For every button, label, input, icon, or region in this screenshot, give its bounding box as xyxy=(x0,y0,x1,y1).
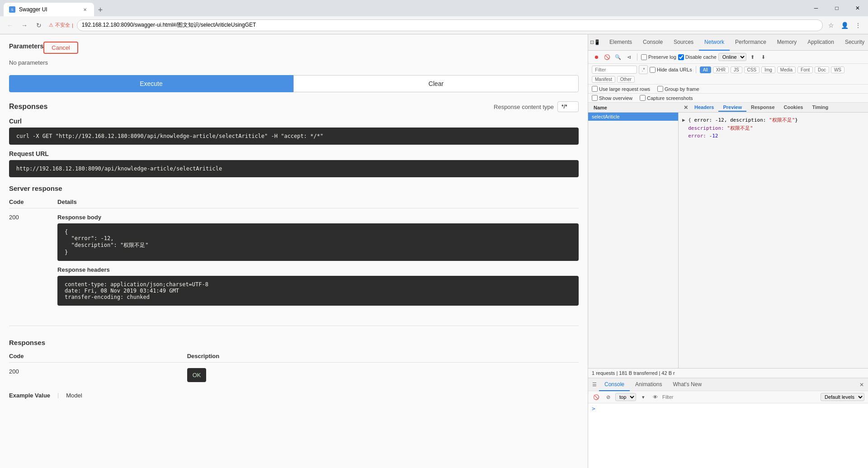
maximize-button[interactable]: □ xyxy=(826,0,847,16)
bottom-response-table: Code Description 200 OK xyxy=(9,350,579,388)
new-tab-button[interactable]: + xyxy=(94,4,107,16)
export-button[interactable]: ⬇ xyxy=(759,52,768,61)
bookmark-button[interactable]: ☆ xyxy=(825,19,837,32)
tab-memory[interactable]: Memory xyxy=(772,34,802,51)
bottom-desc: OK xyxy=(187,363,579,388)
close-button[interactable]: ✕ xyxy=(847,0,868,16)
clear-button[interactable]: Clear xyxy=(293,75,579,92)
clear-network-button[interactable]: 🚫 xyxy=(603,52,612,61)
parameters-title: Parameters xyxy=(9,43,43,50)
capture-screenshots-input[interactable] xyxy=(640,95,646,101)
tab-close-button[interactable]: ✕ xyxy=(81,6,89,13)
show-overview-input[interactable] xyxy=(592,95,598,101)
filter-chip-all[interactable]: All xyxy=(700,66,711,73)
capture-screenshots-checkbox[interactable]: Capture screenshots xyxy=(640,95,693,101)
table-row: 200 OK xyxy=(9,363,579,388)
console-filter-input[interactable] xyxy=(662,394,818,400)
hide-data-urls-input[interactable] xyxy=(650,67,656,73)
expand-arrow[interactable]: ▶ xyxy=(682,117,685,123)
more-button[interactable]: ⋮ xyxy=(852,19,864,32)
tab-security[interactable]: Security xyxy=(840,34,868,51)
console-area: ☰ Console Animations What's New ✕ 🚫 ⊘ to… xyxy=(588,378,868,468)
preserve-log-input[interactable] xyxy=(641,54,647,60)
throttle-select[interactable]: Online xyxy=(718,53,746,61)
forward-button[interactable]: → xyxy=(18,19,31,32)
filter-row: .* Hide data URLs All XHR JS CSS Img Med… xyxy=(588,64,868,85)
console-menu-icon[interactable]: ☰ xyxy=(590,378,599,391)
response-type-select[interactable]: */* xyxy=(557,101,579,112)
filter-chip-media[interactable]: Media xyxy=(777,66,796,73)
record-button[interactable]: ⏺ xyxy=(592,52,601,61)
json-desc-val: "权限不足" xyxy=(727,125,753,131)
disable-cache-input[interactable] xyxy=(678,54,684,60)
console-context-select[interactable]: top xyxy=(615,393,636,401)
import-button[interactable]: ⬆ xyxy=(748,52,757,61)
model-link[interactable]: Model xyxy=(66,392,82,399)
filter-chip-xhr[interactable]: XHR xyxy=(713,66,729,73)
tab-network[interactable]: Network xyxy=(699,34,730,51)
transferred-size: 181 B transferred xyxy=(619,370,657,376)
preview-tab[interactable]: Preview xyxy=(718,104,746,112)
close-name-col-button[interactable]: ✕ xyxy=(682,104,690,111)
warning-icon: ⚠ xyxy=(49,22,53,28)
cookies-tab[interactable]: Cookies xyxy=(779,104,808,112)
console-close-button[interactable]: ✕ xyxy=(857,380,866,389)
example-value-link[interactable]: Example Value xyxy=(9,392,50,399)
tab-title: Swagger UI xyxy=(19,6,47,13)
default-levels-select[interactable]: Default levels xyxy=(821,393,864,401)
separator: | xyxy=(72,23,73,28)
url-input[interactable] xyxy=(77,19,823,31)
timing-tab[interactable]: Timing xyxy=(807,104,833,112)
preserve-log-checkbox[interactable]: Preserve log xyxy=(641,54,676,60)
regex-filter-icon[interactable]: .* xyxy=(639,65,648,74)
console-tab-whatsnew[interactable]: What's New xyxy=(667,378,707,391)
filter-input[interactable] xyxy=(592,66,637,74)
hide-data-urls-checkbox[interactable]: Hide data URLs xyxy=(650,67,692,73)
group-by-frame-checkbox[interactable]: Group by frame xyxy=(657,86,699,92)
name-column-header: Name xyxy=(590,105,682,110)
tab-sources[interactable]: Sources xyxy=(668,34,699,51)
filter-chip-other[interactable]: Other xyxy=(617,76,635,83)
devtools-inspect-icon[interactable]: ⊡ xyxy=(590,38,594,47)
console-tab-console[interactable]: Console xyxy=(599,378,630,391)
disable-cache-checkbox[interactable]: Disable cache xyxy=(678,54,717,60)
back-button[interactable]: ← xyxy=(4,19,16,32)
browser-tab[interactable]: S Swagger UI ✕ xyxy=(4,3,94,16)
execute-button[interactable]: Execute xyxy=(9,75,293,92)
tab-application[interactable]: Application xyxy=(802,34,840,51)
reload-button[interactable]: ↻ xyxy=(33,19,45,32)
console-tab-animations[interactable]: Animations xyxy=(630,378,667,391)
response-tab[interactable]: Response xyxy=(746,104,779,112)
filter-chip-manifest[interactable]: Manifest xyxy=(592,76,615,83)
filter-chip-img[interactable]: Img xyxy=(761,66,775,73)
console-eye-icon[interactable]: 👁 xyxy=(651,392,660,402)
console-context-arrow[interactable]: ▾ xyxy=(639,392,648,402)
console-clear-icon[interactable]: 🚫 xyxy=(592,392,601,402)
filter-chip-css[interactable]: CSS xyxy=(744,66,760,73)
tab-console[interactable]: Console xyxy=(637,34,668,51)
console-filter-icon[interactable]: ⊘ xyxy=(604,392,613,402)
filter-button[interactable]: 🔍 xyxy=(613,52,623,61)
tab-elements[interactable]: Elements xyxy=(604,34,637,51)
tab-performance[interactable]: Performance xyxy=(730,34,772,51)
large-rows-checkbox[interactable]: Use large request rows xyxy=(592,86,650,92)
response-table: Code Details 200 Response body { "error"… xyxy=(9,196,579,317)
devtools-device-icon[interactable]: 📱 xyxy=(594,38,600,47)
toolbar-icons: ☆ 👤 ⋮ xyxy=(825,19,864,32)
filter-chip-js[interactable]: JS xyxy=(731,66,742,73)
group-by-frame-input[interactable] xyxy=(657,86,663,92)
profile-button[interactable]: 👤 xyxy=(838,19,851,32)
cancel-button[interactable]: Cancel xyxy=(43,42,78,54)
search-button[interactable]: ⊲ xyxy=(624,52,633,61)
filter-chip-doc[interactable]: Doc xyxy=(815,66,829,73)
no-params-text: No parameters xyxy=(9,59,579,66)
filter-chip-font[interactable]: Font xyxy=(797,66,813,73)
bottom-code-header: Code xyxy=(9,350,187,363)
response-details: Response body { "error": -12, "descripti… xyxy=(57,208,579,317)
headers-tab[interactable]: Headers xyxy=(690,104,718,112)
large-rows-input[interactable] xyxy=(592,86,598,92)
minimize-button[interactable]: ─ xyxy=(806,0,826,16)
filter-chip-ws[interactable]: WS xyxy=(831,66,844,73)
network-item-selectarticle[interactable]: selectAriticle xyxy=(588,113,678,121)
show-overview-checkbox[interactable]: Show overview xyxy=(592,95,632,101)
